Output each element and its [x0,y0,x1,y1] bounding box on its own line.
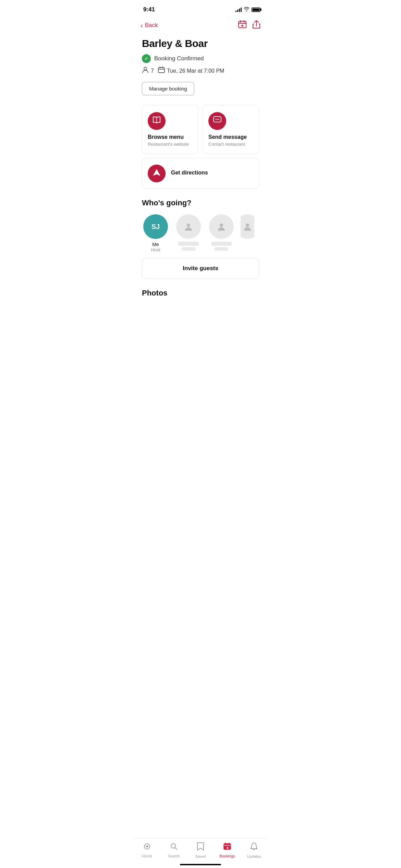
browse-menu-title: Browse menu [148,134,193,140]
guest-avatar-3 [241,214,254,239]
book-open-icon [152,116,161,126]
host-name: Me [152,242,159,247]
browse-menu-subtitle: Restaurant's website [148,142,193,147]
svg-point-15 [218,119,219,120]
main-content: Barley & Boar ✓ Booking Confirmed 7 [134,34,267,336]
nav-bar: ‹ Back [134,17,267,34]
booking-status: ✓ Booking Confirmed [142,54,259,63]
action-cards-grid: Browse menu Restaurant's website Send me… [142,105,259,154]
get-directions-card[interactable]: Get directions [142,158,259,189]
wifi-icon [244,7,250,12]
status-time: 9:41 [143,6,155,13]
guest-role-placeholder-1 [182,247,195,251]
svg-point-18 [220,224,223,227]
svg-point-19 [246,224,249,227]
signal-icon [235,7,242,12]
booking-datetime: Tue, 26 Mar at 7:00 PM [167,68,224,74]
check-icon: ✓ [144,56,148,61]
person-icon [142,67,149,75]
get-directions-title: Get directions [171,170,208,176]
guest-placeholder-3[interactable] [241,214,254,252]
status-bar: 9:41 [134,0,267,17]
send-message-title: Send message [208,134,253,140]
guest-avatar-1 [176,214,201,239]
browse-menu-card[interactable]: Browse menu Restaurant's website [142,105,198,154]
guest-name-placeholder-1 [178,242,199,246]
calendar-icon [158,67,165,75]
guest-role-placeholder-2 [215,247,228,251]
add-calendar-icon[interactable] [238,20,247,31]
guests-container: SJ Me Host [142,214,259,252]
back-button[interactable]: ‹ Back [141,22,158,29]
chat-icon [213,116,222,126]
booking-status-text: Booking Confirmed [154,55,204,62]
photos-title: Photos [142,289,259,298]
send-message-card[interactable]: Send message Contact restaurant [203,105,259,154]
guest-count-detail: 7 [142,67,154,75]
restaurant-title: Barley & Boar [142,38,259,49]
invite-guests-button[interactable]: Invite guests [142,258,259,279]
svg-point-13 [216,119,217,120]
guest-name-placeholder-2 [211,242,232,246]
guest-placeholder-2[interactable] [208,214,235,252]
navigation-icon [153,168,161,179]
guest-count: 7 [151,68,154,74]
date-detail: Tue, 26 Mar at 7:00 PM [158,67,224,75]
share-icon[interactable] [252,20,260,31]
photos-section: Photos [142,289,259,298]
svg-point-17 [187,224,190,227]
get-directions-icon-circle [148,165,166,182]
back-label: Back [145,22,158,29]
svg-rect-7 [158,68,165,73]
svg-point-6 [144,67,147,70]
host-avatar: SJ [143,214,168,239]
guest-avatar-2 [209,214,234,239]
status-check-circle: ✓ [142,54,151,63]
battery-icon [252,8,260,12]
manage-booking-button[interactable]: Manage booking [142,82,194,95]
svg-point-14 [217,119,218,120]
host-role: Host [151,247,160,252]
svg-marker-16 [153,169,160,176]
send-message-icon-circle [208,112,226,130]
host-guest-item[interactable]: SJ Me Host [142,214,169,252]
back-chevron-icon: ‹ [141,22,143,29]
host-initials: SJ [151,223,160,231]
booking-details: 7 Tue, 26 Mar at 7:00 PM [142,67,259,75]
guest-placeholder-1[interactable] [175,214,202,252]
browse-menu-icon-circle [148,112,166,130]
nav-actions [238,20,260,31]
whos-going-title: Who's going? [142,198,259,207]
send-message-subtitle: Contact restaurant [208,142,253,147]
status-icons [235,7,260,12]
